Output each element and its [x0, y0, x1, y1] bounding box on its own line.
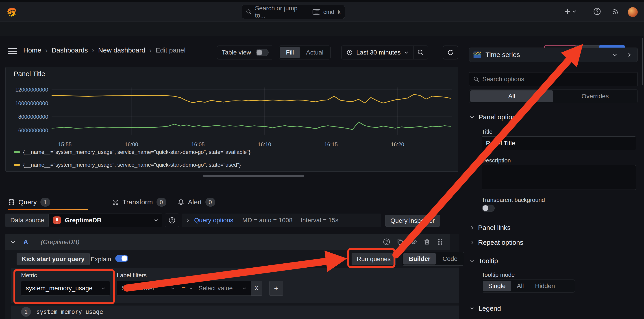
search-shortcut: cmd+k [323, 9, 340, 16]
window-top-strip [0, 0, 644, 2]
sidebar-scrollbar[interactable] [642, 38, 643, 85]
tab-overrides[interactable]: Overrides [554, 90, 636, 102]
collapse-options-pane-button[interactable] [621, 48, 638, 62]
svg-text:12000000000: 12000000000 [15, 87, 48, 93]
bell-icon [178, 199, 184, 205]
datasource-help-icon[interactable] [165, 214, 179, 227]
datasource-picker[interactable]: GreptimeDB [48, 214, 162, 227]
tab-all[interactable]: All [470, 90, 553, 102]
svg-text:10000000000: 10000000000 [15, 100, 48, 106]
fill-option[interactable]: Fill [280, 47, 300, 58]
tab-alert[interactable]: Alert 0 [178, 196, 215, 209]
title-field-label: Title [482, 128, 492, 135]
operator-dropdown[interactable]: = [179, 281, 194, 296]
explain-toggle[interactable] [115, 255, 128, 262]
kick-start-query-button[interactable]: Kick start your query [16, 253, 90, 265]
global-search[interactable]: Search or jump to... cmd+k [242, 5, 345, 19]
query-row-header[interactable]: A (GreptimeDB) [6, 234, 450, 250]
legend-series-label: {__name__="system_memory_usage", service… [23, 149, 250, 155]
time-range-picker[interactable]: Last 30 minutes [342, 46, 413, 59]
chevron-down-icon[interactable] [11, 241, 15, 244]
tooltip-mode-all[interactable]: All [512, 281, 529, 291]
code-option[interactable]: Code [436, 253, 463, 264]
tab-query[interactable]: Query 1 [8, 196, 50, 209]
datasource-name: GreptimeDB [65, 217, 150, 224]
visualization-name: Time series [486, 51, 520, 59]
rss-icon[interactable] [612, 8, 619, 15]
query-inspector-button[interactable]: Query inspector [385, 215, 440, 227]
builder-option[interactable]: Builder [403, 253, 436, 264]
table-view-control: Table view [217, 46, 273, 60]
actual-option[interactable]: Actual [300, 47, 330, 58]
refresh-icon [447, 49, 454, 56]
query-editor-card: A (GreptimeDB) Kick start your query Exp… [6, 234, 459, 319]
metric-value: system_memory_usage [26, 285, 92, 292]
breadcrumb-new-dashboard[interactable]: New dashboard [98, 47, 145, 54]
tab-transform[interactable]: Transform 0 [112, 196, 166, 209]
tooltip-mode-switch: Single All Hidden [482, 279, 575, 292]
legend-item[interactable]: {__name__="system_memory_usage", service… [14, 162, 241, 168]
grafana-edit-panel-page: Search or jump to... cmd+k Home › Dashbo… [0, 0, 644, 319]
divider [469, 220, 638, 220]
menu-icon[interactable] [8, 48, 17, 54]
metric-select[interactable]: system_memory_usage [21, 281, 110, 296]
legend-section-header[interactable]: Legend [470, 305, 501, 312]
select-label-dropdown[interactable]: Select label [117, 281, 179, 296]
copy-icon[interactable] [396, 238, 404, 246]
max-data-points-value: MD = auto = 1008 [242, 217, 292, 224]
svg-text:6000000000: 6000000000 [18, 127, 48, 133]
options-search[interactable]: Search options [469, 72, 638, 86]
chevron-down-icon [102, 287, 105, 290]
breadcrumb-home[interactable]: Home [23, 47, 41, 54]
interval-value: Interval = 15s [300, 217, 338, 224]
description-field-label: Description [482, 157, 511, 164]
tab-label: Alert [188, 198, 202, 206]
tooltip-section-header[interactable]: Tooltip [470, 257, 498, 265]
select-value-dropdown[interactable]: Select value [194, 281, 251, 296]
divider [469, 300, 638, 300]
panel-options-section-header[interactable]: Panel options [470, 113, 519, 121]
query-options-expander[interactable]: Query options [194, 217, 233, 224]
add-filter-button[interactable]: + [269, 281, 283, 296]
drag-handle-icon[interactable] [437, 238, 444, 246]
breadcrumb-edit-panel: Edit panel [156, 47, 186, 54]
grafana-logo[interactable] [7, 7, 17, 17]
visualization-select[interactable]: Time series [469, 48, 621, 62]
repeat-options-section-header[interactable]: Repeat options [471, 239, 523, 246]
add-button[interactable] [564, 8, 576, 15]
help-icon[interactable] [593, 8, 601, 15]
tooltip-mode-hidden[interactable]: Hidden [530, 281, 560, 291]
table-view-toggle[interactable] [256, 49, 269, 56]
chevron-down-icon [404, 51, 408, 54]
chevron-down-icon [171, 287, 174, 290]
svg-text:8000000000: 8000000000 [18, 114, 48, 120]
eye-icon[interactable] [410, 238, 418, 246]
title-input[interactable] [482, 136, 636, 150]
help-icon[interactable] [383, 238, 390, 246]
avatar[interactable] [628, 7, 638, 17]
transform-icon [112, 199, 119, 205]
breadcrumb-dashboards[interactable]: Dashboards [52, 47, 88, 54]
resize-handle[interactable] [203, 175, 304, 177]
time-range-label: Last 30 minutes [356, 49, 401, 56]
query-datasource-hint: (GreptimeDB) [41, 238, 80, 246]
search-icon [246, 9, 252, 15]
panel-links-section-header[interactable]: Panel links [471, 224, 510, 231]
timeseries-plot: 1200000000010000000000800000000060000000… [6, 67, 458, 171]
chevron-down-icon [470, 307, 474, 310]
section-title: Tooltip [478, 257, 498, 265]
keyboard-icon [312, 9, 320, 15]
explain-label: Explain [90, 256, 111, 263]
tooltip-mode-single[interactable]: Single [483, 281, 511, 291]
description-input[interactable] [482, 165, 636, 190]
trash-icon[interactable] [423, 238, 431, 246]
refresh-button[interactable] [443, 46, 458, 60]
chevron-down-icon [154, 219, 158, 222]
run-queries-button[interactable]: Run queries [352, 253, 396, 265]
builder-code-switch: Builder Code [402, 252, 464, 266]
legend-item[interactable]: {__name__="system_memory_usage", service… [14, 149, 250, 155]
transparent-background-toggle[interactable] [482, 205, 495, 212]
chevron-down-icon [612, 53, 617, 56]
remove-filter-button[interactable]: X [251, 281, 262, 296]
zoom-out-icon[interactable] [414, 46, 428, 59]
